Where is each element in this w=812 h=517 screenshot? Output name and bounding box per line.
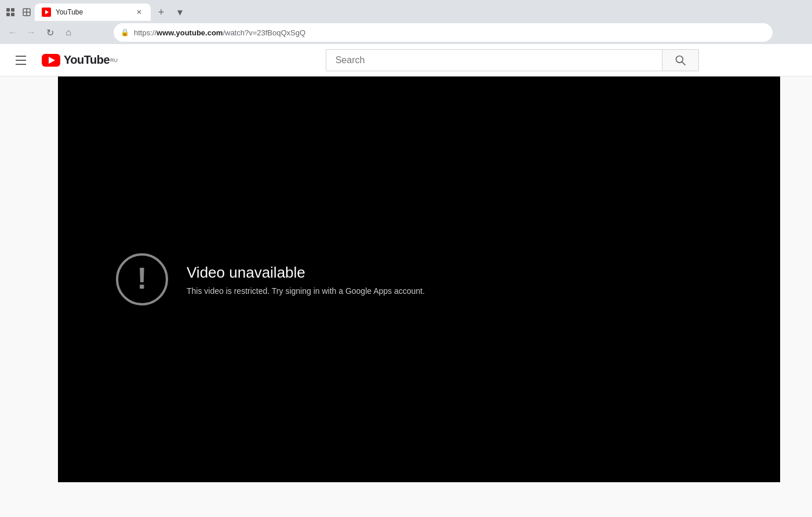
youtube-content: ! Video unavailable This video is restri… (0, 77, 812, 482)
home-button[interactable]: ⌂ (60, 24, 77, 41)
browser-tab-youtube[interactable]: YouTube ✕ (35, 3, 151, 21)
svg-rect-0 (6, 8, 10, 12)
address-text: https://www.youtube.com/watch?v=23fBoqQx… (134, 28, 766, 37)
reload-button[interactable]: ↻ (42, 24, 58, 41)
new-tab-button[interactable]: + (153, 4, 169, 20)
tab-close-button[interactable]: ✕ (134, 8, 144, 17)
error-exclamation: ! (137, 263, 147, 293)
tab-title: YouTube (56, 8, 130, 16)
tab-group (2, 3, 35, 21)
error-subtitle: This video is restricted. Try signing in… (187, 286, 425, 296)
youtube-logo[interactable]: YouTubeRU (42, 53, 118, 67)
tab-bar: YouTube ✕ + ▾ (0, 0, 812, 21)
tab-extensions-icon[interactable] (22, 8, 31, 17)
youtube-play-icon (49, 57, 55, 64)
search-icon (675, 54, 686, 66)
lock-icon: 🔒 (121, 28, 129, 37)
back-button[interactable]: ← (5, 24, 21, 41)
address-bar-row: ← → ↻ ⌂ 🔒 https://www.youtube.com/watch?… (0, 21, 812, 44)
browser-chrome: YouTube ✕ + ▾ ← → ↻ ⌂ 🔒 https://www.yout… (0, 0, 812, 44)
error-title: Video unavailable (187, 264, 425, 282)
hamburger-line-3 (16, 64, 26, 65)
hamburger-line-2 (16, 60, 26, 61)
search-input[interactable] (326, 49, 662, 71)
search-container (326, 49, 699, 71)
tab-thumbnails-icon[interactable] (6, 8, 15, 17)
error-text-container: Video unavailable This video is restrict… (187, 264, 425, 296)
tab-favicon (42, 8, 51, 17)
forward-button[interactable]: → (23, 24, 39, 41)
svg-line-10 (682, 61, 685, 65)
youtube-header: YouTubeRU (0, 44, 812, 77)
svg-point-9 (676, 56, 683, 63)
youtube-logo-text: YouTube (64, 53, 110, 67)
svg-rect-2 (6, 13, 10, 16)
youtube-logo-icon (42, 54, 60, 67)
error-icon: ! (116, 253, 168, 305)
svg-rect-1 (11, 8, 14, 12)
svg-rect-3 (11, 13, 14, 16)
video-player[interactable]: ! Video unavailable This video is restri… (58, 77, 780, 482)
address-bar[interactable]: 🔒 https://www.youtube.com/watch?v=23fBoq… (114, 23, 773, 42)
search-button[interactable] (662, 49, 699, 71)
tab-list-button[interactable]: ▾ (172, 4, 188, 20)
menu-button[interactable] (9, 49, 32, 72)
youtube-country-label: RU (110, 57, 118, 63)
hamburger-line-1 (16, 56, 26, 57)
